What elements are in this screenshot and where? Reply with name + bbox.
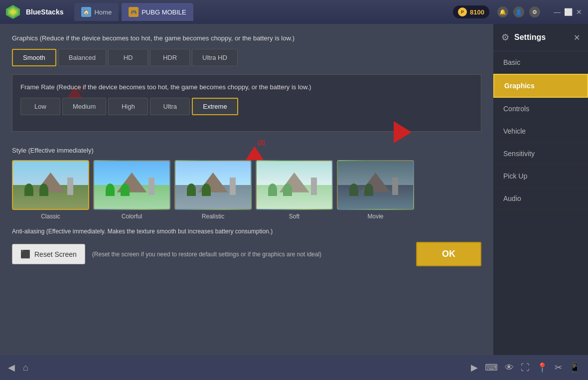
bluestacks-logo-icon [5,4,21,20]
framerate-high-btn[interactable]: High [108,98,148,115]
sidebar-item-vehicle[interactable]: Vehicle [493,120,588,143]
main-layout: Graphics (Reduce if the device becomes t… [0,24,588,355]
tab-pubg[interactable]: 🎮 PUBG MOBILE [122,3,193,21]
home-tab-label: Home [94,8,112,16]
minimize-button[interactable]: — [553,8,561,16]
graphics-quality-section: Graphics (Reduce if the device becomes t… [12,34,481,66]
window-controls: — ⬜ ✕ [553,8,583,16]
quality-section-label: Graphics (Reduce if the device becomes t… [12,34,481,43]
sidebar-item-sensitivity[interactable]: Sensitivity [493,143,588,165]
style-colorful-label: Colorful [122,213,142,220]
arrow2-up-icon [246,146,264,160]
ok-button[interactable]: OK [416,242,481,266]
profile-icon[interactable]: 👤 [513,6,524,17]
style-colorful-thumb [93,160,170,210]
thumb-tree2-realistic [202,184,211,196]
thumb-tree2-soft [283,184,292,196]
quality-hdr-btn[interactable]: HDR [150,49,190,66]
taskbar-right: ▶ ⌨ 👁 ⛶ 📍 ✂ 📱 [471,362,580,373]
thumb-tree2-colorful [121,184,130,196]
keyboard-icon[interactable]: ⌨ [485,362,498,373]
thumb-tower-realistic [230,178,236,195]
location-icon[interactable]: 📍 [537,362,548,373]
thumb-tree2-classic [39,184,48,196]
thumb-tower-classic [67,178,73,195]
anti-aliasing-label: Anti-aliasing (Effective immediately. Ma… [12,228,481,235]
settings-icon[interactable]: ⚙ [529,6,540,17]
settings-gear-icon: ⚙ [501,32,509,43]
framerate-options-row: Low Medium High Ultra Extreme [20,98,473,115]
thumb-tree1-classic [24,184,33,196]
arrow-right-icon [394,121,412,143]
quality-balanced-btn[interactable]: Balanced [58,49,106,66]
home-icon[interactable]: ⌂ [23,363,28,373]
taskbar: ◀ ⌂ ▶ ⌨ 👁 ⛶ 📍 ✂ 📱 [0,355,588,380]
sidebar-item-basic[interactable]: Basic [493,51,588,74]
style-soft-thumb [256,160,333,210]
tab-home[interactable]: 🏠 Home [74,3,119,21]
arrow2-label: (2) [258,139,265,146]
sidebar-header: ⚙ Settings ✕ [493,24,588,51]
style-realistic-thumb [174,160,252,210]
sidebar-item-controls[interactable]: Controls [493,98,588,120]
thumb-tree1-soft [268,184,277,196]
coin-balance: P 8100 [453,5,489,18]
thumb-tower-movie [392,178,398,195]
style-soft[interactable]: Soft [256,160,333,220]
thumb-tree1-movie [349,184,358,196]
sidebar-item-audio[interactable]: Audio [493,188,588,210]
titlebar-action-icons: 🔔 👤 ⚙ [497,6,540,17]
titlebar: BlueStacks 🏠 Home 🎮 PUBG MOBILE P 8100 🔔… [0,0,588,24]
reset-screen-button[interactable]: ⬛ Reset Screen [12,244,85,264]
style-realistic[interactable]: Realistic [174,160,252,220]
mobile-icon[interactable]: 📱 [569,362,580,373]
thumb-tower-colorful [148,178,154,195]
taskbar-left: ◀ ⌂ [8,362,28,373]
bottom-bar: ⬛ Reset Screen (Reset the screen if you … [12,242,481,266]
quality-hd-btn[interactable]: HD [108,49,148,66]
reset-btn-label: Reset Screen [34,250,77,258]
sidebar-close-icon[interactable]: ✕ [574,33,580,42]
pubg-tab-icon: 🎮 [129,7,139,17]
close-button[interactable]: ✕ [575,8,583,16]
scissors-icon[interactable]: ✂ [555,362,562,373]
style-movie-label: Movie [367,213,383,220]
quality-smooth-btn[interactable]: Smooth [12,49,56,66]
pubg-tab-label: PUBG MOBILE [142,8,186,16]
thumb-tower-soft [311,178,317,195]
settings-sidebar: ⚙ Settings ✕ Basic Graphics Controls Veh… [493,24,588,355]
framerate-extreme-btn[interactable]: Extreme [192,98,238,115]
fullscreen-icon[interactable]: ⛶ [521,363,530,373]
coin-icon: P [458,7,467,16]
style-classic-label: Classic [41,213,60,220]
thumb-tree2-movie [364,184,373,196]
style-movie-thumb [337,160,414,210]
style-classic[interactable]: Classic [12,160,89,220]
framerate-low-btn[interactable]: Low [20,98,60,115]
sidebar-item-graphics[interactable]: Graphics [493,74,588,98]
style-options-grid: Classic Colorful [12,160,481,220]
home-tab-icon: 🏠 [81,7,91,17]
coin-amount: 8100 [470,8,484,16]
framerate-section-label: Frame Rate (Reduce if the device becomes… [20,83,473,92]
reset-description: (Reset the screen if you need to restore… [92,251,409,258]
quality-ultrahd-btn[interactable]: Ultra HD [192,49,238,66]
restore-button[interactable]: ⬜ [564,8,572,16]
style-classic-thumb [12,160,89,210]
style-colorful[interactable]: Colorful [93,160,170,220]
style-realistic-label: Realistic [202,213,224,220]
framerate-medium-btn[interactable]: Medium [62,98,106,115]
style-soft-label: Soft [289,213,299,220]
thumb-tree1-realistic [187,184,196,196]
media-icon[interactable]: ▶ [471,362,478,373]
style-movie[interactable]: Movie [337,160,414,220]
reset-icon: ⬛ [20,249,30,259]
notification-icon[interactable]: 🔔 [497,6,508,17]
back-icon[interactable]: ◀ [8,362,15,373]
content-area: Graphics (Reduce if the device becomes t… [0,24,493,355]
sidebar-item-pickup[interactable]: Pick Up [493,165,588,188]
quality-options-row: Smooth Balanced HD HDR Ultra HD [12,49,481,66]
framerate-ultra-btn[interactable]: Ultra [150,98,190,115]
eye-icon[interactable]: 👁 [505,363,514,373]
thumb-tree1-colorful [106,184,115,196]
